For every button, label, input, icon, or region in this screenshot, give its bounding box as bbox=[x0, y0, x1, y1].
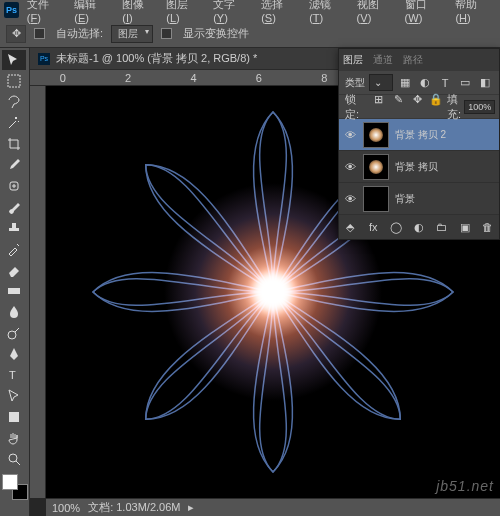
marquee-tool[interactable] bbox=[2, 71, 26, 91]
svg-text:T: T bbox=[9, 369, 16, 381]
menu-view[interactable]: 视图(V) bbox=[351, 0, 397, 26]
heal-tool[interactable] bbox=[2, 176, 26, 196]
layer-thumbnail[interactable] bbox=[363, 186, 389, 212]
stamp-tool[interactable] bbox=[2, 218, 26, 238]
menu-filter[interactable]: 滤镜(T) bbox=[303, 0, 348, 26]
watermark: jb51.net bbox=[436, 478, 494, 494]
crop-tool[interactable] bbox=[2, 134, 26, 154]
move-tool-preset-icon[interactable]: ✥ bbox=[6, 25, 26, 43]
svg-point-3 bbox=[8, 331, 16, 339]
filter-shape-icon[interactable]: ▭ bbox=[457, 75, 473, 91]
menubar: Ps 文件(F) 编辑(E) 图像(I) 图层(L) 文字(Y) 选择(S) 滤… bbox=[0, 0, 500, 20]
layer-row[interactable]: 👁 背景 拷贝 2 bbox=[339, 119, 499, 151]
layer-name[interactable]: 背景 拷贝 bbox=[395, 160, 438, 174]
lock-label: 锁定: bbox=[345, 92, 367, 122]
filter-type-icon[interactable]: T bbox=[437, 75, 453, 91]
menu-file[interactable]: 文件(F) bbox=[21, 0, 66, 26]
filter-adjust-icon[interactable]: ◐ bbox=[417, 75, 433, 91]
fill-label: 填充: bbox=[447, 92, 461, 122]
brush-tool[interactable] bbox=[2, 197, 26, 217]
menu-image[interactable]: 图像(I) bbox=[116, 0, 158, 26]
layers-panel: 图层 通道 路径 类型 ⌄ ▦ ◐ T ▭ ◧ 锁定: ⊞ ✎ ✥ 🔒 填充: … bbox=[338, 48, 500, 240]
document-title: 未标题-1 @ 100% (背景 拷贝 2, RGB/8) * bbox=[56, 51, 257, 66]
adjustment-icon[interactable]: ◐ bbox=[412, 219, 427, 235]
menu-help[interactable]: 帮助(H) bbox=[449, 0, 496, 26]
layer-row[interactable]: 👁 背景 bbox=[339, 183, 499, 215]
layer-thumbnail[interactable] bbox=[363, 154, 389, 180]
shape-tool[interactable] bbox=[2, 407, 26, 427]
panel-tabs: 图层 通道 路径 bbox=[339, 49, 499, 71]
status-bar: 100% 文档: 1.03M/2.06M ▸ bbox=[46, 498, 500, 516]
visibility-icon[interactable]: 👁 bbox=[343, 128, 357, 142]
menu-type[interactable]: 文字(Y) bbox=[207, 0, 253, 26]
svg-rect-5 bbox=[9, 412, 19, 422]
status-arrow-icon[interactable]: ▸ bbox=[188, 501, 194, 514]
lasso-tool[interactable] bbox=[2, 92, 26, 112]
eraser-tool[interactable] bbox=[2, 260, 26, 280]
layer-thumbnail[interactable] bbox=[363, 122, 389, 148]
filter-smart-icon[interactable]: ◧ bbox=[477, 75, 493, 91]
panel-footer: ⬘ fx ◯ ◐ 🗀 ▣ 🗑 bbox=[339, 215, 499, 239]
auto-select-dropdown[interactable]: 图层 bbox=[111, 25, 153, 43]
color-swatches[interactable] bbox=[2, 474, 28, 500]
lock-transparent-icon[interactable]: ⊞ bbox=[372, 92, 386, 108]
svg-rect-2 bbox=[8, 288, 20, 294]
zoom-tool[interactable] bbox=[2, 449, 26, 469]
history-brush-tool[interactable] bbox=[2, 239, 26, 259]
toolbox: T bbox=[0, 48, 30, 516]
hand-tool[interactable] bbox=[2, 428, 26, 448]
dodge-tool[interactable] bbox=[2, 323, 26, 343]
lock-position-icon[interactable]: ✥ bbox=[410, 92, 424, 108]
app-icon: Ps bbox=[4, 2, 19, 18]
visibility-icon[interactable]: 👁 bbox=[343, 160, 357, 174]
visibility-icon[interactable]: 👁 bbox=[343, 192, 357, 206]
svg-rect-0 bbox=[8, 75, 20, 87]
menu-select[interactable]: 选择(S) bbox=[255, 0, 301, 26]
tab-layers[interactable]: 图层 bbox=[343, 50, 363, 70]
new-layer-icon[interactable]: ▣ bbox=[457, 219, 472, 235]
zoom-value[interactable]: 100% bbox=[52, 502, 80, 514]
ps-doc-icon: Ps bbox=[38, 53, 50, 65]
menu-layer[interactable]: 图层(L) bbox=[160, 0, 205, 26]
layer-name[interactable]: 背景 拷贝 2 bbox=[395, 128, 446, 142]
svg-point-6 bbox=[9, 454, 17, 462]
filesize-label: 文档: 1.03M/2.06M bbox=[88, 500, 180, 515]
layer-name[interactable]: 背景 bbox=[395, 192, 415, 206]
lock-all-icon[interactable]: 🔒 bbox=[429, 92, 443, 108]
layer-list: 👁 背景 拷贝 2 👁 背景 拷贝 👁 背景 bbox=[339, 119, 499, 215]
fill-value[interactable]: 100% bbox=[464, 100, 495, 114]
lock-pixels-icon[interactable]: ✎ bbox=[391, 92, 405, 108]
menu-window[interactable]: 窗口(W) bbox=[399, 0, 448, 26]
ruler-vertical bbox=[30, 86, 46, 498]
move-tool[interactable] bbox=[2, 50, 26, 70]
wand-tool[interactable] bbox=[2, 113, 26, 133]
show-transform-label: 显示变换控件 bbox=[183, 26, 249, 41]
type-tool[interactable]: T bbox=[2, 365, 26, 385]
trash-icon[interactable]: 🗑 bbox=[480, 219, 495, 235]
foreground-swatch[interactable] bbox=[2, 474, 18, 490]
gradient-tool[interactable] bbox=[2, 281, 26, 301]
lock-row: 锁定: ⊞ ✎ ✥ 🔒 填充: 100% bbox=[339, 95, 499, 119]
kind-dropdown[interactable]: ⌄ bbox=[369, 74, 393, 91]
eyedropper-tool[interactable] bbox=[2, 155, 26, 175]
auto-select-label: 自动选择: bbox=[56, 26, 103, 41]
tab-paths[interactable]: 路径 bbox=[403, 50, 423, 70]
blur-tool[interactable] bbox=[2, 302, 26, 322]
filter-pixel-icon[interactable]: ▦ bbox=[397, 75, 413, 91]
menu-edit[interactable]: 编辑(E) bbox=[68, 0, 114, 26]
link-layers-icon[interactable]: ⬘ bbox=[343, 219, 358, 235]
group-icon[interactable]: 🗀 bbox=[434, 219, 449, 235]
pen-tool[interactable] bbox=[2, 344, 26, 364]
tab-channels[interactable]: 通道 bbox=[373, 50, 393, 70]
layer-row[interactable]: 👁 背景 拷贝 bbox=[339, 151, 499, 183]
path-select-tool[interactable] bbox=[2, 386, 26, 406]
show-transform-checkbox[interactable] bbox=[161, 28, 172, 39]
mask-icon[interactable]: ◯ bbox=[389, 219, 404, 235]
fx-icon[interactable]: fx bbox=[366, 219, 381, 235]
auto-select-checkbox[interactable] bbox=[34, 28, 45, 39]
